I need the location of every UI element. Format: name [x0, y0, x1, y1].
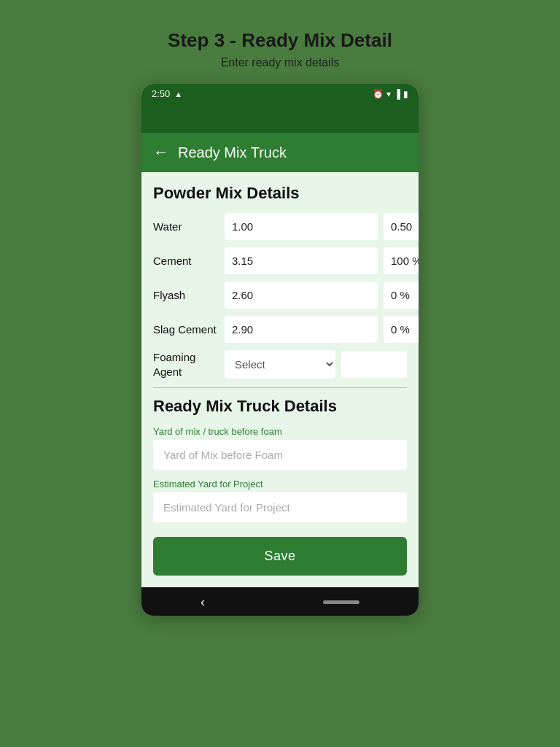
- status-bar: 2:50 ▲ ⏰ ▾ ▐ ▮: [141, 84, 419, 104]
- header-title: Ready Mix Truck: [178, 144, 287, 161]
- flyash-input-1[interactable]: [225, 282, 378, 309]
- water-input-2[interactable]: [384, 213, 419, 240]
- powder-mix-section: Powder Mix Details Water Cement Flyash: [153, 184, 407, 379]
- battery-icon: ▮: [403, 89, 408, 99]
- foaming-agent-row: Foaming Agent Select: [153, 350, 407, 379]
- foaming-agent-select[interactable]: Select: [225, 350, 335, 379]
- back-button[interactable]: ←: [153, 143, 169, 162]
- cement-input-1[interactable]: [225, 247, 378, 274]
- phone-body: Powder Mix Details Water Cement Flyash: [141, 172, 419, 587]
- alarm-icon: ⏰: [373, 89, 384, 99]
- ready-mix-truck-title: Ready Mix Truck Details: [153, 397, 407, 416]
- foaming-agent-label: Foaming Agent: [153, 350, 219, 379]
- foaming-agent-input-2[interactable]: [341, 351, 407, 378]
- yard-of-mix-sublabel: Yard of mix / truck before foam: [153, 426, 407, 437]
- status-left: 2:50 ▲: [152, 88, 182, 99]
- ready-mix-truck-section: Ready Mix Truck Details Yard of mix / tr…: [153, 397, 407, 576]
- wifi-icon: ▾: [386, 89, 391, 99]
- slag-cement-label: Slag Cement: [153, 322, 219, 337]
- yard-of-mix-input[interactable]: [153, 440, 407, 470]
- flyash-row: Flyash: [153, 282, 407, 309]
- status-time: 2:50: [152, 88, 170, 99]
- cement-label: Cement: [153, 255, 219, 267]
- yard-of-mix-group: Yard of mix / truck before foam: [153, 426, 407, 470]
- slag-cement-input-2[interactable]: [384, 316, 419, 343]
- app-header-bar: ← Ready Mix Truck: [141, 133, 419, 172]
- slag-cement-input-1[interactable]: [225, 316, 378, 343]
- page-title: Step 3 - Ready Mix Detail: [168, 29, 392, 52]
- status-icon-up: ▲: [174, 90, 182, 98]
- estimated-yard-sublabel: Estimated Yard for Project: [153, 479, 407, 489]
- status-right: ⏰ ▾ ▐ ▮: [373, 89, 408, 99]
- water-row: Water: [153, 213, 407, 240]
- nav-bar: ‹: [141, 587, 419, 616]
- page-header: Step 3 - Ready Mix Detail Enter ready mi…: [168, 29, 392, 69]
- section-divider: [153, 387, 407, 388]
- water-input-1[interactable]: [225, 213, 378, 240]
- powder-mix-title: Powder Mix Details: [153, 184, 407, 203]
- flyash-input-2[interactable]: [384, 282, 419, 309]
- estimated-yard-group: Estimated Yard for Project: [153, 479, 407, 522]
- save-button[interactable]: Save: [153, 537, 407, 576]
- water-label: Water: [153, 220, 219, 233]
- flyash-label: Flyash: [153, 289, 219, 301]
- nav-back-chevron[interactable]: ‹: [201, 595, 205, 610]
- slag-cement-row: Slag Cement: [153, 316, 407, 343]
- phone-frame: 2:50 ▲ ⏰ ▾ ▐ ▮ ← Ready Mix Truck Powder …: [141, 84, 419, 616]
- header-spacer: [141, 104, 419, 133]
- nav-pill: [323, 600, 359, 604]
- page-subtitle: Enter ready mix details: [168, 56, 392, 69]
- signal-icon: ▐: [394, 89, 400, 99]
- cement-row: Cement: [153, 247, 407, 274]
- estimated-yard-input[interactable]: [153, 492, 407, 522]
- cement-input-2[interactable]: [384, 247, 419, 274]
